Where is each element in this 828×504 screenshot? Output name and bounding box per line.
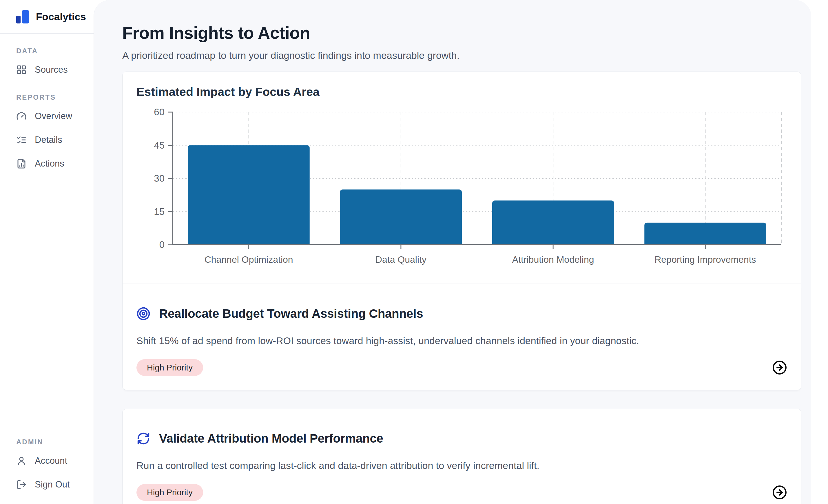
action-card-reallocate-budget: Reallocate Budget Toward Assisting Chann… bbox=[122, 284, 801, 390]
action-description: Run a controlled test comparing last-cli… bbox=[136, 460, 787, 471]
bar-chart-svg: 015304560Channel OptimizationData Qualit… bbox=[136, 104, 787, 272]
priority-badge: High Priority bbox=[136, 359, 203, 376]
grid-icon bbox=[16, 65, 27, 75]
sidebar: Focalytics DATA Sources REPORTS bbox=[0, 0, 93, 504]
sidebar-item-label: Actions bbox=[35, 159, 64, 169]
brand-name: Focalytics bbox=[36, 11, 86, 23]
axis-tick-label: 60 bbox=[154, 107, 165, 117]
action-title: Reallocate Budget Toward Assisting Chann… bbox=[159, 307, 423, 321]
axis-tick-label: Attribution Modeling bbox=[512, 254, 594, 265]
refresh-icon bbox=[136, 431, 150, 446]
sidebar-nav: DATA Sources REPORTS bbox=[0, 34, 93, 504]
page-subtitle: A prioritized roadmap to turn your diagn… bbox=[122, 50, 801, 61]
arrow-right-circle-button[interactable] bbox=[772, 485, 787, 500]
axis-tick-label: 0 bbox=[159, 239, 165, 250]
action-title: Validate Attribution Model Performance bbox=[159, 431, 383, 446]
estimated-impact-bar-chart: 015304560Channel OptimizationData Qualit… bbox=[136, 104, 787, 272]
impact-chart-card: Estimated Impact by Focus Area 015304560… bbox=[122, 72, 801, 284]
axis-tick-label: Data Quality bbox=[375, 254, 426, 265]
action-card-validate-attribution: Validate Attribution Model Performance R… bbox=[122, 409, 801, 504]
main-panel: From Insights to Action A prioritized ro… bbox=[93, 0, 811, 504]
focalytics-logo-icon bbox=[16, 10, 29, 24]
axis-tick-label: Channel Optimization bbox=[205, 254, 293, 265]
sidebar-item-label: Sign Out bbox=[35, 479, 70, 490]
action-footer: High Priority bbox=[136, 359, 787, 376]
bar-2 bbox=[492, 201, 614, 245]
sidebar-section-admin: ADMIN Account bbox=[0, 438, 93, 497]
file-chart-icon bbox=[16, 159, 27, 169]
sidebar-item-label: Overview bbox=[35, 111, 72, 121]
bar-1 bbox=[340, 190, 462, 245]
chart-title: Estimated Impact by Focus Area bbox=[136, 85, 787, 99]
app-shell: Focalytics DATA Sources REPORTS bbox=[0, 0, 828, 504]
action-description: Shift 15% of ad spend from low-ROI sourc… bbox=[136, 335, 787, 346]
axis-tick-label: Reporting Improvements bbox=[655, 254, 756, 265]
arrow-right-circle-button[interactable] bbox=[772, 360, 787, 375]
action-head: Validate Attribution Model Performance bbox=[136, 431, 787, 446]
sidebar-item-sources[interactable]: Sources bbox=[0, 58, 93, 82]
sidebar-item-actions[interactable]: Actions bbox=[0, 152, 93, 175]
target-icon bbox=[136, 307, 150, 321]
bar-0 bbox=[188, 145, 310, 245]
sidebar-spacer bbox=[0, 175, 93, 438]
section-label-admin: ADMIN bbox=[0, 438, 93, 446]
sidebar-item-account[interactable]: Account bbox=[0, 449, 93, 473]
gauge-icon bbox=[16, 111, 27, 121]
list-checks-icon bbox=[16, 135, 27, 145]
axis-tick-label: 45 bbox=[154, 140, 165, 151]
priority-badge: High Priority bbox=[136, 484, 203, 501]
action-head: Reallocate Budget Toward Assisting Chann… bbox=[136, 307, 787, 321]
action-footer: High Priority bbox=[136, 484, 787, 501]
sidebar-item-label: Sources bbox=[35, 65, 68, 75]
axis-tick-label: 15 bbox=[154, 206, 165, 217]
sidebar-item-label: Account bbox=[35, 456, 67, 466]
page-title: From Insights to Action bbox=[122, 23, 801, 43]
bar-3 bbox=[644, 223, 766, 245]
sidebar-section-data: DATA Sources bbox=[0, 47, 93, 82]
user-icon bbox=[16, 456, 27, 466]
sidebar-item-sign-out[interactable]: Sign Out bbox=[0, 473, 93, 497]
sidebar-item-label: Details bbox=[35, 135, 62, 145]
logout-icon bbox=[16, 479, 27, 490]
sidebar-item-overview[interactable]: Overview bbox=[0, 104, 93, 128]
sidebar-section-reports: REPORTS Overview bbox=[0, 93, 93, 175]
sidebar-item-details[interactable]: Details bbox=[0, 128, 93, 152]
section-label-reports: REPORTS bbox=[0, 93, 93, 101]
brand: Focalytics bbox=[0, 0, 93, 34]
axis-tick-label: 30 bbox=[154, 173, 165, 184]
section-label-data: DATA bbox=[0, 47, 93, 55]
